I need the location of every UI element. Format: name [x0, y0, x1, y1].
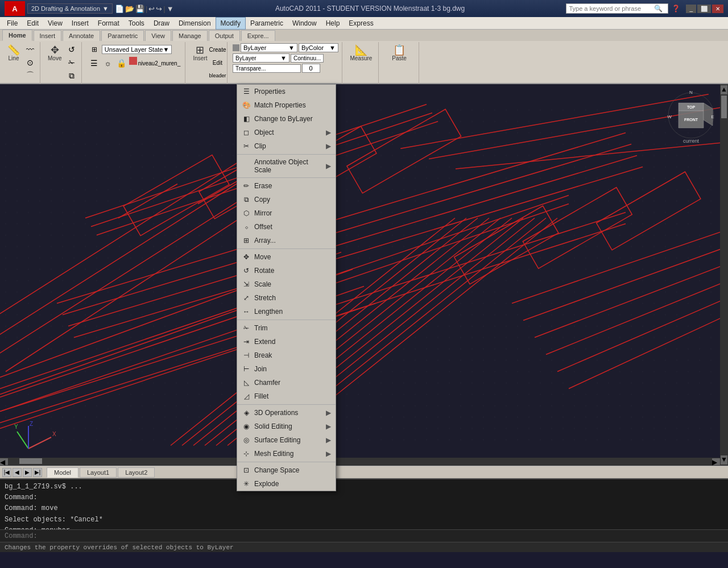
copy-small-icon[interactable]: ⧉ [65, 69, 78, 82]
scroll-hthumb[interactable] [19, 458, 42, 464]
bycolor-dropdown[interactable]: ByColor ▼ [299, 43, 338, 52]
menu-item-offset[interactable]: ⬦ Offset [237, 220, 336, 234]
layer-freeze-icon[interactable]: ☼ [102, 57, 114, 69]
trim-small-icon[interactable]: ✁ [65, 56, 78, 69]
menu-item-copy[interactable]: ⧉ Copy [237, 193, 336, 206]
tab-nav-last[interactable]: ▶| [33, 468, 42, 477]
menu-parametric[interactable]: Parametric [246, 17, 288, 30]
tab-nav-next[interactable]: ▶ [23, 468, 32, 477]
menu-dimension[interactable]: Dimension [174, 17, 216, 30]
menu-view[interactable]: View [43, 17, 67, 30]
menu-item-chamfer[interactable]: ◺ Chamfer [237, 376, 336, 389]
scroll-right-button[interactable]: ▶ [712, 458, 720, 465]
circle-icon[interactable]: ⊙ [24, 56, 36, 69]
insert-button[interactable]: ⊞ Insert [190, 43, 210, 63]
menu-item-erase[interactable]: ✏ Erase [237, 179, 336, 193]
menu-item-array[interactable]: ⊞ Array... [237, 234, 336, 247]
close-button[interactable]: ✕ [712, 5, 723, 13]
app-logo[interactable]: A [5, 1, 25, 16]
menu-item-annotative[interactable]: Annotative Object Scale ▶ [237, 156, 336, 176]
menu-item-match-properties[interactable]: 🎨 Match Properties [237, 98, 336, 112]
drawing-canvas[interactable]: TOP FRONT N W E current X [0, 84, 728, 466]
menu-item-trim[interactable]: ✁ Trim [237, 321, 336, 335]
restore-button[interactable]: ⬜ [697, 5, 711, 13]
tab-view[interactable]: View [145, 30, 171, 41]
menu-express[interactable]: Express [344, 17, 378, 30]
menu-item-mesh-editing[interactable]: ⊹ Mesh Editing ▶ [237, 447, 336, 461]
viewcube[interactable]: TOP FRONT N W E current [665, 90, 717, 141]
tab-model[interactable]: Model [47, 467, 78, 478]
menu-item-properties[interactable]: ☰ Properties [237, 85, 336, 98]
menu-item-stretch[interactable]: ⤢ Stretch [237, 291, 336, 305]
horizontal-scrollbar[interactable]: ◀ ▶ [0, 458, 720, 466]
minimize-button[interactable]: _ [686, 5, 696, 13]
menu-item-mirror[interactable]: ⬡ Mirror [237, 206, 336, 220]
help-icon[interactable]: ❓ [672, 5, 680, 13]
edit-block-icon[interactable]: Edit [211, 56, 224, 69]
menu-item-extend[interactable]: ⇥ Extend [237, 335, 336, 349]
arc-icon[interactable]: ⌒ [24, 69, 36, 82]
menu-modify[interactable]: Modify [216, 17, 246, 30]
layer-color-icon[interactable] [129, 57, 137, 65]
open-icon[interactable]: 📂 [125, 5, 134, 13]
command-input-line[interactable] [0, 529, 728, 542]
new-icon[interactable]: 📄 [115, 5, 124, 13]
scroll-thumb[interactable] [721, 96, 727, 118]
tab-nav-prev[interactable]: ◀ [13, 468, 22, 477]
more-icon[interactable]: ▼ [167, 5, 174, 13]
menu-item-move[interactable]: ✥ Move [237, 250, 336, 264]
redo-icon[interactable]: ↪ [156, 5, 162, 13]
scroll-down-button[interactable]: ▼ [721, 455, 727, 465]
command-input[interactable] [5, 532, 723, 540]
layer-properties-icon[interactable]: ⊞ [88, 43, 101, 56]
create-block-icon[interactable]: Create [211, 43, 224, 56]
menu-item-surface-editing[interactable]: ◎ Surface Editing ▶ [237, 433, 336, 447]
search-input[interactable] [569, 5, 654, 12]
transparency-dropdown[interactable]: Transpare... [233, 64, 301, 73]
menu-item-object[interactable]: ◻ Object ▶ [237, 126, 336, 139]
menu-window[interactable]: Window [288, 17, 321, 30]
tab-layout1[interactable]: Layout1 [80, 467, 117, 478]
search-box[interactable]: 🔍 [566, 3, 668, 14]
menu-format[interactable]: Format [93, 17, 124, 30]
bleader-icon[interactable]: bleader [211, 69, 224, 82]
menu-insert[interactable]: Insert [67, 17, 93, 30]
tab-annotate[interactable]: Annotate [63, 30, 100, 41]
line-button[interactable]: 📏 Line [5, 43, 23, 63]
menu-item-solid-editing[interactable]: ◉ Solid Editing ▶ [237, 420, 336, 433]
menu-item-fillet[interactable]: ◿ Fillet [237, 389, 336, 403]
rotate-small-icon[interactable]: ↺ [65, 43, 78, 56]
workspace-dropdown[interactable]: 2D Drafting & Annotation ▼ [27, 3, 113, 14]
menu-item-break[interactable]: ⊣ Break [237, 349, 336, 362]
measure-button[interactable]: 📐 Measure [347, 43, 375, 63]
tab-manage[interactable]: Manage [172, 30, 208, 41]
menu-file[interactable]: File [2, 17, 22, 30]
layer-dropdown[interactable]: Unsaved Layer State ▼ [102, 45, 172, 54]
tab-insert[interactable]: Insert [34, 30, 62, 41]
tab-layout2[interactable]: Layout2 [118, 467, 155, 478]
layer-name-display[interactable]: niveau2_muren_ [138, 57, 181, 69]
menu-item-rotate[interactable]: ↺ Rotate [237, 264, 336, 277]
move-button[interactable]: ✥ Move [45, 43, 64, 63]
layer-state-icon[interactable]: ☰ [88, 57, 101, 69]
menu-item-clip[interactable]: ✂ Clip ▶ [237, 139, 336, 153]
tab-parametric[interactable]: Parametric [101, 30, 144, 41]
paste-button[interactable]: 📋 Paste [389, 43, 410, 63]
vertical-scrollbar[interactable]: ▲ ▼ [720, 84, 728, 466]
save-icon[interactable]: 💾 [135, 5, 144, 13]
scroll-up-button[interactable]: ▲ [721, 85, 727, 94]
menu-draw[interactable]: Draw [149, 17, 174, 30]
undo-icon[interactable]: ↩ [148, 5, 155, 13]
menu-item-lengthen[interactable]: ↔ Lengthen [237, 305, 336, 318]
menu-item-explode[interactable]: ✳ Explode [237, 477, 336, 491]
layer-lock-icon[interactable]: 🔒 [115, 57, 128, 69]
menu-item-scale[interactable]: ⇲ Scale [237, 277, 336, 291]
menu-item-change-bylayer[interactable]: ◧ Change to ByLayer [237, 112, 336, 126]
polyline-icon[interactable]: 〰 [24, 43, 36, 56]
linetype2-dropdown[interactable]: Continuu... [291, 54, 324, 63]
menu-item-change-space[interactable]: ⊡ Change Space [237, 463, 336, 477]
transparency-value[interactable]: 0 [302, 64, 320, 73]
menu-item-3d-operations[interactable]: ◈ 3D Operations ▶ [237, 406, 336, 420]
tab-express[interactable]: Expre... [241, 30, 275, 41]
tab-output[interactable]: Output [209, 30, 240, 41]
